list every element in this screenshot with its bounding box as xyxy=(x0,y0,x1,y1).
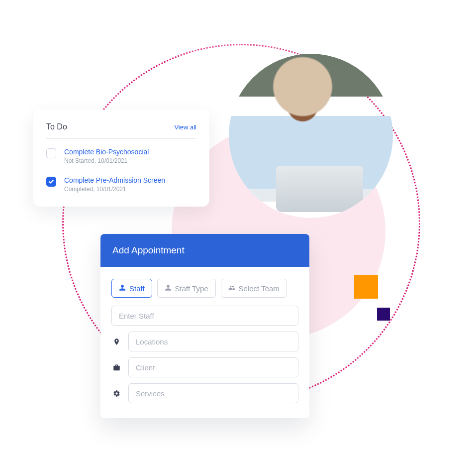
avatar xyxy=(229,54,393,218)
todo-text: Complete Pre-Admission Screen Completed,… xyxy=(64,176,165,193)
indigo-square-decoration xyxy=(377,308,390,321)
tab-staff[interactable]: Staff xyxy=(111,279,152,298)
tab-select-team[interactable]: Select Team xyxy=(221,279,287,298)
people-icon xyxy=(228,284,235,293)
todo-title: To Do xyxy=(46,122,67,131)
pin-icon xyxy=(111,338,121,345)
todo-item-label[interactable]: Complete Bio-Psychosocial xyxy=(64,148,149,156)
todo-text: Complete Bio-Psychosocial Not Started, 1… xyxy=(64,148,149,164)
client-input[interactable] xyxy=(128,357,298,377)
tab-staff-type-label: Staff Type xyxy=(175,284,208,293)
tab-staff-label: Staff xyxy=(129,284,145,293)
todo-checkbox-2[interactable] xyxy=(46,177,56,187)
briefcase-icon xyxy=(111,364,121,371)
white-fade-decoration xyxy=(0,0,476,60)
tab-select-team-label: Select Team xyxy=(239,284,280,293)
person-icon xyxy=(119,284,126,293)
appointment-tabs: Staff Staff Type Select Team xyxy=(111,279,298,298)
appointment-card: Add Appointment Staff Staff Type Select … xyxy=(100,234,309,418)
client-row xyxy=(111,357,298,377)
view-all-link[interactable]: View all xyxy=(174,123,196,131)
todo-item: Complete Pre-Admission Screen Completed,… xyxy=(46,164,196,193)
todo-item-sub: Completed, 10/01/2021 xyxy=(64,186,165,193)
todo-checkbox-1[interactable] xyxy=(46,148,56,158)
todo-card: To Do View all Complete Bio-Psychosocial… xyxy=(33,110,209,207)
services-row xyxy=(111,383,298,403)
orange-square-decoration xyxy=(354,275,378,299)
gear-icon xyxy=(111,390,121,397)
appointment-body: Staff Staff Type Select Team xyxy=(100,267,309,418)
todo-header: To Do View all xyxy=(46,122,196,139)
check-icon xyxy=(48,179,54,185)
todo-item: Complete Bio-Psychosocial Not Started, 1… xyxy=(46,139,196,164)
person-icon xyxy=(165,284,172,293)
locations-row xyxy=(111,332,298,351)
enter-staff-input[interactable] xyxy=(111,306,298,326)
services-input[interactable] xyxy=(128,383,298,403)
todo-item-sub: Not Started, 10/01/2021 xyxy=(64,157,149,164)
laptop-illustration xyxy=(276,166,363,212)
appointment-title: Add Appointment xyxy=(100,234,309,267)
todo-item-label[interactable]: Complete Pre-Admission Screen xyxy=(64,176,165,185)
tab-staff-type[interactable]: Staff Type xyxy=(157,279,216,298)
locations-input[interactable] xyxy=(128,332,298,351)
